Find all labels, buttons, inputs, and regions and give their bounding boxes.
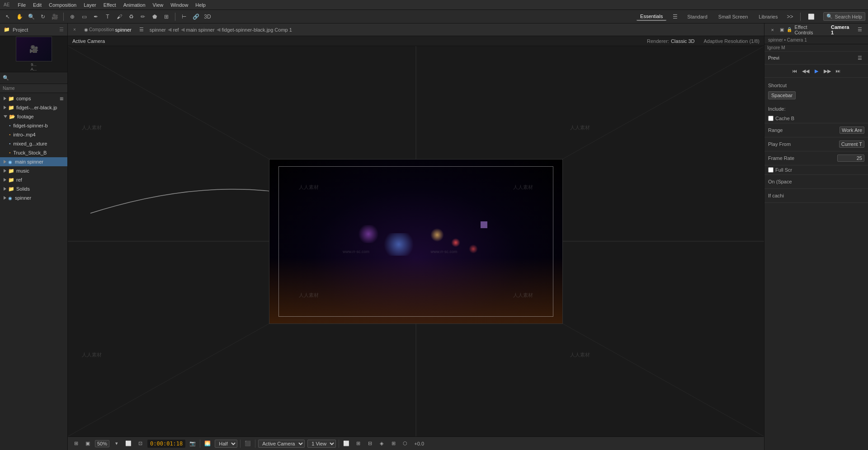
menu-layer[interactable]: Layer [80,0,100,9]
toolbar-sep-3 [800,13,801,21]
menu-animation[interactable]: Animation [120,0,149,9]
full-scr-checkbox[interactable] [768,167,774,173]
tool-roto[interactable]: ⬟ [150,12,160,22]
frame-rate-value[interactable]: 25 [837,155,864,162]
current-time-display[interactable]: 0:00:01:18 [147,440,185,448]
shortcut-row: Shortcut [768,80,864,90]
toggle-layer-btn[interactable]: ▣ [83,439,92,448]
tool-hand[interactable]: ✋ [14,12,24,22]
preview-only-btn[interactable]: ⬡ [401,439,410,448]
snapshot-btn[interactable]: 📷 [188,439,197,448]
effect-controls-menu[interactable]: ☰ [855,25,864,34]
toggle-guides-btn[interactable]: ⊟ [365,439,374,448]
workspace-essentials[interactable]: Essentials [637,13,666,21]
tool-brush[interactable]: 🖌 [114,12,124,22]
menu-help[interactable]: Help [192,0,209,9]
play-from-label: Play From [768,141,791,147]
zoom-dropdown-btn[interactable]: ▾ [112,439,121,448]
tool-clone[interactable]: ♻ [126,12,136,22]
menu-composition[interactable]: Composition [45,0,80,9]
preview-panel-menu[interactable]: ☰ [855,53,864,62]
play-from-section: Play From Current T [764,137,868,151]
prev-play-btn[interactable]: ▶ [812,66,821,75]
play-from-value[interactable]: Current T [839,141,864,148]
project-item-comps[interactable]: 📁 comps ▦ [0,94,67,103]
fit-comp-btn[interactable]: ⬜ [124,439,133,448]
tool-snap[interactable]: 🔗 [191,12,201,22]
prev-next-frame-btn[interactable]: ▶▶ [823,66,832,75]
breadcrumb-main-spinner[interactable]: main spinner [186,27,215,33]
menu-view[interactable]: View [149,0,167,9]
project-item-music[interactable]: 📁 music [0,166,67,175]
project-item-footage[interactable]: 📂 footage [0,112,67,121]
workspace-menu-btn[interactable]: ☰ [670,12,680,22]
project-item-spinner[interactable]: ◉ spinner [0,193,67,202]
render-region-btn[interactable]: ⬜ [342,439,351,448]
reset-exposure-btn[interactable]: ⊞ [71,439,80,448]
tool-rect[interactable]: ▭ [79,12,89,22]
project-item-solids-label: Solids [16,186,30,192]
breadcrumb-arrow-3: ◀ [217,27,220,33]
close-comp-tab[interactable]: × [71,26,79,34]
tool-pen[interactable]: ✒ [91,12,101,22]
show-snapshot-btn[interactable]: 🌅 [203,439,212,448]
search-help-bar[interactable]: 🔍 Search Help [823,12,865,21]
project-item-truck[interactable]: ▪ Truck_Stock_B [0,148,67,157]
cache-b-checkbox[interactable] [768,116,774,121]
tool-eraser[interactable]: ✏ [138,12,148,22]
workspace-libraries[interactable]: Libraries [755,13,781,20]
breadcrumb-spinner[interactable]: spinner [150,27,166,33]
project-item-solids[interactable]: 📁 Solids [0,184,67,193]
workspace-standard[interactable]: Standard [684,13,711,20]
solids-folder-icon: 📁 [8,186,14,192]
breadcrumb-ref[interactable]: ref [173,27,179,33]
comp-region-btn[interactable]: ⊡ [136,439,145,448]
include-label: Include: [768,106,786,112]
menu-file[interactable]: File [14,0,29,9]
prev-prev-frame-btn[interactable]: ◀◀ [801,66,810,75]
tool-zoom[interactable]: 🔍 [26,12,36,22]
workspace-more-btn[interactable]: >> [785,12,795,22]
grid-btn[interactable]: ⊞ [354,439,363,448]
prev-last-btn[interactable]: ⏭ [834,66,843,75]
tool-select[interactable]: ↖ [3,12,13,22]
ctrl-sep-3 [255,440,255,448]
transparency-btn[interactable]: ⬛ [243,439,252,448]
menu-window[interactable]: Window [167,0,192,9]
zoom-select[interactable]: 50% [95,440,109,447]
tool-rotate[interactable]: ↻ [38,12,48,22]
project-item-fidget-spinner[interactable]: ▪ fidget-spinner-b [0,121,67,130]
comp-tab-menu[interactable]: ☰ [137,25,146,34]
resolution-select[interactable]: Half [215,440,237,448]
view-count-select[interactable]: 1 View [307,440,336,448]
project-item-mixed[interactable]: ▪ mixed_g...xture [0,139,67,148]
range-label: Range [768,127,783,133]
tool-camera-orbit[interactable]: 🎥 [50,12,60,22]
project-search-input[interactable] [11,75,65,81]
camera-select[interactable]: Active Camera [258,440,305,448]
layer-controls-btn[interactable]: ⊞ [389,439,398,448]
menu-effect[interactable]: Effect [100,0,120,9]
prev-first-btn[interactable]: ⏮ [790,66,799,75]
tool-3d[interactable]: 3D [203,12,212,22]
tool-anchor[interactable]: ⊕ [67,12,77,22]
project-item-main-spinner[interactable]: ◉ main spinner [0,157,67,166]
tool-puppet[interactable]: ⊞ [161,12,171,22]
project-item-ref[interactable]: 📁 ref [0,175,67,184]
composition-viewer[interactable]: 人人素材 人人素材 人人素材 人人素材 www.rr-sc.com www.rr… [68,46,764,436]
breadcrumb-fidget[interactable]: fidget-spinner-black.jpg Comp 1 [222,27,292,33]
tool-text[interactable]: T [103,12,113,22]
range-value[interactable]: Work Are [840,127,864,134]
display-options-btn[interactable]: ◈ [377,439,386,448]
project-preview-thumb: 🎥 [16,37,52,61]
tool-align[interactable]: ⊢ [179,12,189,22]
viewer-active-camera-label: Active Camera [72,38,105,44]
project-item-fidget[interactable]: 📁 fidget-...er-black.jp [0,103,67,112]
menu-edit[interactable]: Edit [29,0,45,9]
full-screen-section: Full Scr [764,165,868,175]
project-panel-menu[interactable]: ☰ [59,27,64,33]
workspace-small-screen[interactable]: Small Screen [715,13,751,20]
renderer-btn[interactable]: ⬜ [806,12,816,22]
project-item-intro[interactable]: ▪ intro-.mp4 [0,130,67,139]
close-effect-btn[interactable]: × [768,25,777,34]
